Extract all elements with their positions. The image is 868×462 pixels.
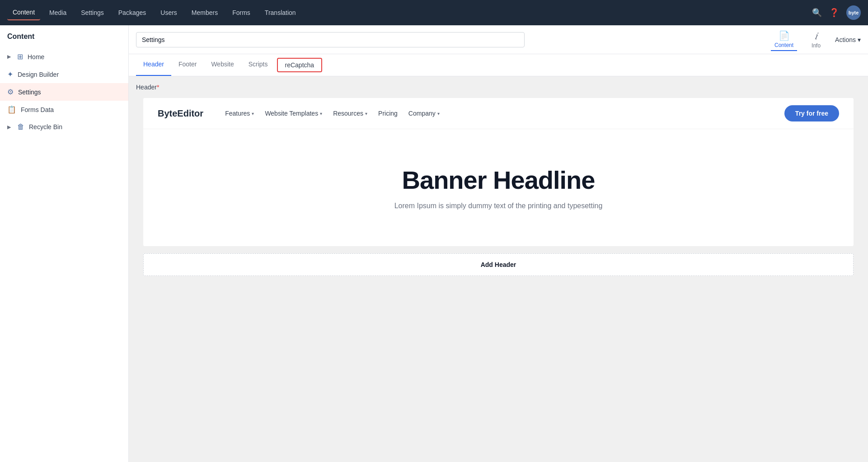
nav-item-translation[interactable]: Translation: [259, 5, 301, 20]
chevron-down-icon: ▾: [365, 111, 367, 116]
add-header-button[interactable]: Add Header: [143, 253, 854, 276]
tab-recaptcha[interactable]: reCaptcha: [277, 58, 323, 72]
mock-nav-website-templates: Website Templates ▾: [265, 110, 322, 117]
header-section-label: Header*: [136, 84, 861, 91]
info-tab-icon: 𝑖: [815, 31, 817, 42]
top-navigation: Content Media Settings Packages Users Me…: [0, 0, 868, 25]
sidebar-item-forms-data[interactable]: 📋 Forms Data: [0, 101, 128, 118]
mock-logo: ByteEditor: [158, 108, 203, 119]
expand-icon-home: ▶: [7, 54, 11, 60]
info-tab-label: Info: [812, 42, 821, 49]
chevron-down-icon: ▾: [252, 111, 254, 116]
nav-item-members[interactable]: Members: [186, 5, 223, 20]
help-icon[interactable]: ❓: [829, 8, 839, 18]
settings-icon: ⚙: [7, 88, 14, 96]
settings-title-input[interactable]: [136, 32, 525, 47]
content-tab-label: Content: [774, 42, 793, 48]
sidebar-item-recycle-bin[interactable]: ▶ 🗑 Recycle Bin: [0, 118, 128, 135]
sidebar-label-design-builder: Design Builder: [18, 71, 59, 78]
sidebar: Content ▶ ⊞ Home ✦ Design Builder ⚙ Sett…: [0, 25, 129, 462]
mock-nav-company: Company ▾: [408, 110, 440, 117]
actions-label: Actions: [835, 36, 856, 43]
mock-nav-pricing: Pricing: [378, 110, 398, 117]
header-actions: 📄 Content 𝑖 Info Actions ▾: [771, 28, 861, 51]
forms-data-icon: 📋: [7, 105, 16, 114]
nav-item-users[interactable]: Users: [155, 5, 183, 20]
mock-nav: Features ▾ Website Templates ▾ Resources…: [225, 110, 784, 117]
sidebar-item-settings[interactable]: ⚙ Settings: [0, 83, 128, 101]
nav-item-content[interactable]: Content: [7, 5, 40, 20]
top-nav-right: 🔍 ❓ byte: [812, 5, 861, 20]
actions-chevron-icon: ▾: [858, 36, 861, 43]
nav-item-forms[interactable]: Forms: [227, 5, 256, 20]
tab-info[interactable]: 𝑖 Info: [808, 29, 824, 51]
avatar[interactable]: byte: [846, 5, 861, 20]
mock-nav-features: Features ▾: [225, 110, 254, 117]
banner-subtext: Lorem Ipsum is simply dummy text of the …: [158, 202, 839, 210]
tab-header[interactable]: Header: [136, 54, 171, 76]
nav-item-media[interactable]: Media: [44, 5, 72, 20]
sidebar-label-settings: Settings: [18, 89, 41, 96]
content-tab-icon: 📄: [779, 30, 790, 41]
tab-content[interactable]: 📄 Content: [771, 28, 797, 51]
recycle-bin-icon: 🗑: [17, 123, 24, 131]
search-icon[interactable]: 🔍: [812, 8, 822, 18]
sidebar-item-design-builder[interactable]: ✦ Design Builder: [0, 65, 128, 83]
try-for-free-button[interactable]: Try for free: [784, 105, 839, 121]
sidebar-label-home: Home: [28, 53, 44, 61]
app-body: Content ▶ ⊞ Home ✦ Design Builder ⚙ Sett…: [0, 25, 868, 462]
design-builder-icon: ✦: [7, 70, 13, 79]
nav-item-packages[interactable]: Packages: [113, 5, 151, 20]
mock-nav-resources: Resources ▾: [333, 110, 367, 117]
website-preview: ByteEditor Features ▾ Website Templates …: [143, 98, 854, 246]
tab-scripts[interactable]: Scripts: [241, 54, 275, 76]
chevron-down-icon: ▾: [437, 111, 440, 116]
chevron-down-icon: ▾: [320, 111, 322, 116]
actions-button[interactable]: Actions ▾: [835, 36, 861, 43]
sidebar-label-recycle-bin: Recycle Bin: [29, 123, 62, 131]
nav-item-settings[interactable]: Settings: [75, 5, 109, 20]
preview-section: Header* ByteEditor Features ▾ Website Te…: [129, 76, 868, 290]
tab-footer[interactable]: Footer: [171, 54, 204, 76]
sidebar-title: Content: [0, 33, 128, 48]
sidebar-item-home[interactable]: ▶ ⊞ Home: [0, 48, 128, 65]
mock-banner: Banner Headline Lorem Ipsum is simply du…: [143, 129, 854, 246]
home-icon: ⊞: [17, 52, 23, 61]
main-content: 📄 Content 𝑖 Info Actions ▾ Header Footer…: [129, 25, 868, 462]
tab-bar: Header Footer Website Scripts reCaptcha: [129, 54, 868, 76]
expand-icon-recycle: ▶: [7, 124, 11, 130]
mock-website-header: ByteEditor Features ▾ Website Templates …: [143, 98, 854, 129]
tab-website[interactable]: Website: [204, 54, 241, 76]
banner-headline: Banner Headline: [158, 165, 839, 195]
content-header: 📄 Content 𝑖 Info Actions ▾: [129, 25, 868, 54]
sidebar-label-forms-data: Forms Data: [21, 106, 54, 113]
